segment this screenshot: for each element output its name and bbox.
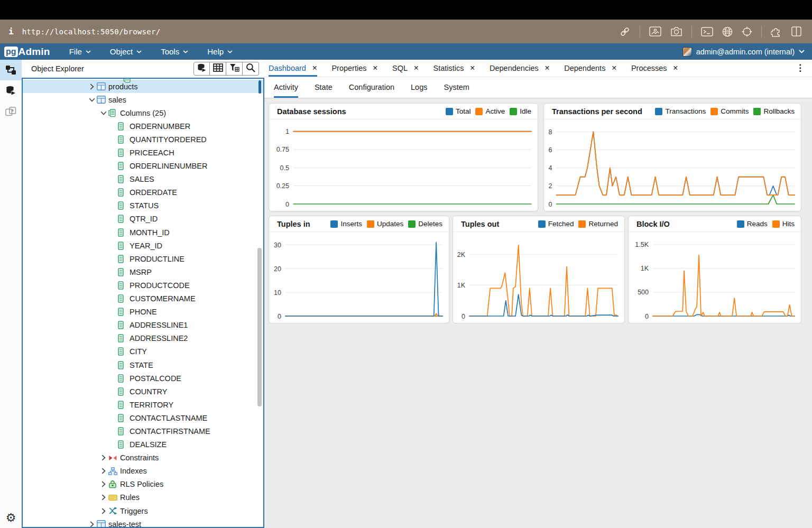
- close-tab-icon[interactable]: ✕: [373, 64, 378, 72]
- target-icon[interactable]: [742, 26, 752, 37]
- legend-total: Total: [446, 107, 471, 115]
- tree-item-label: Columns (25): [120, 109, 166, 117]
- tree-item-state[interactable]: STATE: [23, 358, 263, 372]
- screenshot-icon[interactable]: [649, 26, 661, 36]
- tree-item-contactfirstname[interactable]: CONTACTFIRSTNAME: [23, 424, 263, 438]
- tree-item-country[interactable]: COUNTRY: [23, 385, 263, 398]
- rail-query-tool-button[interactable]: [0, 80, 22, 101]
- tab-properties[interactable]: Properties✕: [331, 60, 378, 77]
- tree-scrollbar-thumb[interactable]: [257, 248, 262, 406]
- tree-item-dealsize[interactable]: DEALSIZE: [23, 438, 263, 451]
- tree-item-productcode[interactable]: PRODUCTCODE: [23, 279, 263, 292]
- tree-item-rules[interactable]: Rules: [23, 491, 263, 504]
- subtab-activity[interactable]: Activity: [274, 77, 298, 98]
- tree-item-orderlinenumber[interactable]: ORDERLINENUMBER: [23, 160, 263, 173]
- menu-tools[interactable]: Tools: [161, 47, 188, 56]
- menu-object[interactable]: Object: [110, 47, 142, 56]
- rail-new-window-button[interactable]: [0, 101, 22, 122]
- tree-item-postalcode[interactable]: POSTALCODE: [23, 372, 263, 385]
- close-tab-icon[interactable]: ✕: [673, 64, 678, 72]
- column-icon: [118, 294, 130, 303]
- tree-item-sales[interactable]: sales: [23, 93, 263, 106]
- chevron-right-icon[interactable]: [99, 468, 108, 474]
- table-grid-button[interactable]: [210, 62, 226, 76]
- tree-item-constraints[interactable]: Constraints: [23, 451, 263, 465]
- tree-item-sales[interactable]: SALES: [23, 173, 263, 186]
- tree-item-indexes[interactable]: Indexes: [23, 465, 263, 478]
- chevron-right-icon[interactable]: [99, 455, 108, 461]
- tree-item-status[interactable]: STATUS: [23, 199, 263, 212]
- tab-dashboard[interactable]: Dashboard✕: [269, 60, 317, 77]
- tab-bar-menu-icon[interactable]: ⋮: [796, 62, 805, 73]
- subtab-logs[interactable]: Logs: [411, 77, 427, 98]
- tree-item-phone[interactable]: PHONE: [23, 305, 263, 319]
- main-panel: Dashboard✕Properties✕SQL✕Statistics✕Depe…: [264, 60, 812, 528]
- close-tab-icon[interactable]: ✕: [470, 64, 475, 72]
- close-tab-icon[interactable]: ✕: [413, 64, 419, 72]
- tree-item-territory[interactable]: TERRITORY: [23, 398, 263, 411]
- tree-item-triggers[interactable]: Triggers: [23, 504, 263, 517]
- tab-statistics[interactable]: Statistics✕: [433, 60, 476, 77]
- tree-item-month-id[interactable]: MONTH_ID: [23, 226, 263, 239]
- subtab-state[interactable]: State: [315, 77, 333, 98]
- terminal-icon[interactable]: [701, 27, 713, 36]
- tree-item-quantityordered[interactable]: QUANTITYORDERED: [23, 133, 263, 146]
- rail-object-explorer-button[interactable]: [0, 60, 22, 80]
- chevron-right-icon[interactable]: [99, 481, 108, 487]
- camera-icon[interactable]: [670, 26, 682, 36]
- chevron-right-icon[interactable]: [87, 521, 97, 527]
- tab-sql[interactable]: SQL✕: [392, 60, 419, 77]
- chevron-down-icon[interactable]: [87, 98, 97, 102]
- database-button[interactable]: [193, 62, 210, 76]
- menu-file[interactable]: File: [69, 47, 91, 56]
- tab-dependents[interactable]: Dependents✕: [564, 60, 617, 77]
- tab-dependencies[interactable]: Dependencies✕: [490, 60, 550, 77]
- tree-item-products[interactable]: products: [23, 80, 263, 93]
- legend-swatch: [538, 220, 546, 228]
- tree-scrollbar-thumb-top[interactable]: [259, 80, 261, 94]
- subtab-configuration[interactable]: Configuration: [349, 77, 394, 98]
- search-button[interactable]: [243, 62, 259, 76]
- tree-item-customername[interactable]: CUSTOMERNAME: [23, 292, 263, 305]
- tree-item-contactlastname[interactable]: CONTACTLASTNAME: [23, 411, 263, 424]
- legend-swatch: [408, 220, 416, 228]
- puzzle-icon[interactable]: [771, 26, 782, 37]
- tree-item-msrp[interactable]: MSRP: [23, 265, 263, 279]
- split-view-icon[interactable]: [791, 26, 801, 36]
- tree-item-productline[interactable]: PRODUCTLINE: [23, 252, 263, 265]
- chevron-right-icon[interactable]: [99, 494, 108, 501]
- close-tab-icon[interactable]: ✕: [545, 64, 550, 72]
- tree-item-addressline2[interactable]: ADDRESSLINE2: [23, 332, 263, 345]
- chevron-right-icon[interactable]: [87, 84, 97, 90]
- tree-item-priceeach[interactable]: PRICEEACH: [23, 146, 263, 159]
- filter-button[interactable]: [226, 62, 243, 76]
- close-tab-icon[interactable]: ✕: [611, 64, 616, 72]
- subtab-system[interactable]: System: [444, 77, 469, 98]
- tree-item-label: ORDERLINENUMBER: [130, 162, 207, 170]
- tree-item-rls-policies[interactable]: RLS Policies: [23, 478, 263, 491]
- url-text[interactable]: http://localhost:5050/browser/: [22, 27, 161, 36]
- tab-label: Dependencies: [490, 64, 539, 72]
- tree-item-sales-test[interactable]: sales-test: [23, 517, 263, 528]
- link-icon[interactable]: [619, 26, 631, 37]
- tree-item-ordernumber[interactable]: ORDERNUMBER: [23, 119, 263, 133]
- tree-item-addressline1[interactable]: ADDRESSLINE1: [23, 319, 263, 332]
- tab-processes[interactable]: Processes✕: [631, 60, 678, 77]
- tree-item-columns-25-[interactable]: Columns (25): [23, 106, 263, 119]
- settings-gear-icon[interactable]: ⚙: [0, 511, 22, 525]
- chart-title-tuples-out: Tuples out: [461, 220, 499, 228]
- user-menu[interactable]: admin@admin.com (internal): [682, 47, 805, 57]
- tree-item-city[interactable]: CITY: [23, 345, 263, 358]
- chevron-down-icon[interactable]: [99, 111, 108, 115]
- globe-icon[interactable]: [722, 26, 733, 37]
- tree-item-label: CUSTOMERNAME: [130, 294, 196, 303]
- close-tab-icon[interactable]: ✕: [312, 64, 317, 72]
- tree-item-year-id[interactable]: YEAR_ID: [23, 239, 263, 252]
- menu-help[interactable]: Help: [207, 47, 233, 56]
- tree-item-qtr-id[interactable]: QTR_ID: [23, 212, 263, 226]
- chevron-right-icon[interactable]: [99, 508, 108, 514]
- rules-icon: [108, 494, 120, 501]
- tree-item-orderdate[interactable]: ORDERDATE: [23, 186, 263, 199]
- svg-text:0: 0: [285, 201, 289, 208]
- tree-item-label: PRODUCTLINE: [130, 255, 184, 263]
